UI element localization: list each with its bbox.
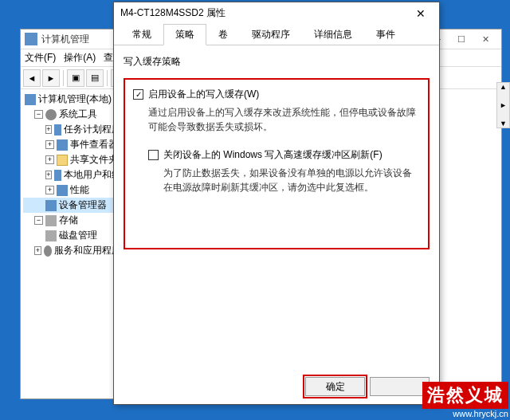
tree-perf[interactable]: +性能 [23, 183, 121, 198]
expand-icon[interactable]: + [45, 171, 52, 179]
tab-driver[interactable]: 驱动程序 [240, 24, 302, 45]
expand-icon[interactable]: + [34, 246, 41, 255]
toolbar-forward-button[interactable]: ► [42, 69, 60, 87]
tab-general[interactable]: 常规 [120, 24, 163, 45]
tree-shared[interactable]: +共享文件夹 [23, 152, 121, 167]
menu-file[interactable]: 文件(F) [25, 51, 56, 65]
storage-icon [45, 215, 57, 226]
tree-services[interactable]: +服务和应用程序 [23, 243, 121, 258]
tree-scheduler[interactable]: +任务计划程序 [23, 122, 121, 137]
disable-buffer-flush-checkbox[interactable] [148, 150, 159, 160]
computer-icon [25, 94, 36, 105]
scroll-up-icon[interactable]: ▲ [500, 83, 507, 91]
toolbar-up-button[interactable]: ▣ [67, 69, 84, 87]
disable-buffer-flush-label: 关闭设备上的 Windows 写入高速缓存缓冲区刷新(F) [163, 148, 382, 162]
tree-users[interactable]: +本地用户和组 [23, 167, 121, 183]
users-icon [54, 170, 61, 181]
properties-dialog: M4-CT128M4SSD2 属性 ✕ 常规 策略 卷 驱动程序 详细信息 事件… [113, 2, 440, 405]
watermark-url: www.hryckj.cn [422, 409, 508, 418]
enable-write-cache-checkbox[interactable] [133, 89, 143, 100]
services-icon [44, 245, 52, 257]
tree-eventviewer[interactable]: +事件查看器 [23, 137, 121, 152]
expand-icon[interactable]: + [45, 140, 54, 149]
tools-icon [45, 109, 57, 120]
expand-icon[interactable]: + [45, 186, 54, 194]
collapse-icon[interactable]: − [34, 110, 43, 119]
tree-storage[interactable]: −存储 [23, 213, 121, 228]
scroll-down-icon[interactable]: ▼ [500, 120, 507, 128]
tree-systools[interactable]: −系统工具 [23, 107, 121, 122]
toolbar-props-button[interactable]: ▤ [86, 69, 104, 87]
enable-write-cache-desc: 通过启用设备上的写入缓存来改进系统性能，但停电或设备故障可能会导致数据丢失或损坏… [148, 105, 420, 134]
groupbox-title: 写入缓存策略 [124, 55, 430, 69]
menu-action[interactable]: 操作(A) [64, 51, 96, 65]
enable-write-cache-label: 启用设备上的写入缓存(W) [148, 88, 259, 101]
props-titlebar[interactable]: M4-CT128M4SSD2 属性 ✕ [114, 2, 439, 24]
ok-button[interactable]: 确定 [305, 377, 365, 396]
menu-view[interactable]: 查 [104, 51, 113, 65]
tree-root[interactable]: 计算机管理(本地) [23, 92, 121, 107]
tab-volumes[interactable]: 卷 [206, 24, 240, 45]
tab-content: 写入缓存策略 启用设备上的写入缓存(W) 通过启用设备上的写入缓存来改进系统性能… [114, 45, 439, 267]
tree-diskmgmt[interactable]: 磁盘管理 [23, 228, 121, 243]
mgmt-maximize-button[interactable]: ☐ [449, 30, 473, 48]
disable-buffer-flush-desc: 为了防止数据丢失，如果设备没有单独的电源以允许该设备在电源故障时刷新其缓冲区，请… [163, 166, 420, 194]
disk-icon [45, 230, 57, 241]
right-scrollbar[interactable]: ▲►▼ [496, 82, 510, 128]
mgmt-close-button[interactable]: ✕ [473, 30, 497, 48]
cancel-button[interactable] [370, 377, 430, 396]
props-close-button[interactable]: ✕ [409, 5, 433, 22]
expand-icon[interactable]: + [45, 155, 54, 164]
mgmt-app-icon [25, 33, 37, 45]
toolbar-back-button[interactable]: ◄ [23, 69, 41, 87]
tab-policies[interactable]: 策略 [163, 24, 206, 45]
devmgr-icon [45, 200, 57, 211]
tabs-row: 常规 策略 卷 驱动程序 详细信息 事件 [114, 24, 439, 45]
event-icon [57, 139, 68, 151]
collapse-icon[interactable]: − [34, 216, 43, 225]
expand-icon[interactable]: + [45, 125, 52, 134]
folder-icon [57, 155, 68, 166]
tree-devmgr[interactable]: 设备管理器 [23, 198, 121, 213]
tab-events[interactable]: 事件 [364, 24, 407, 45]
write-cache-groupbox: 启用设备上的写入缓存(W) 通过启用设备上的写入缓存来改进系统性能，但停电或设备… [124, 78, 430, 249]
tab-details[interactable]: 详细信息 [302, 24, 364, 45]
tree-panel: 计算机管理(本地) −系统工具 +任务计划程序 +事件查看器 +共享文件夹 +本… [21, 89, 124, 398]
clock-icon [54, 124, 61, 135]
perf-icon [57, 185, 68, 196]
props-title: M4-CT128M4SSD2 属性 [120, 6, 409, 20]
scroll-right-icon[interactable]: ► [500, 101, 507, 109]
